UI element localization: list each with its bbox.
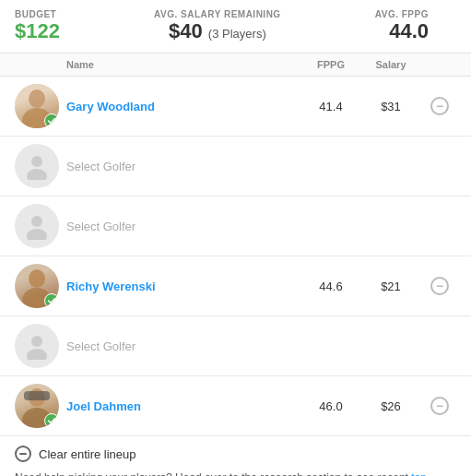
player-info: Select Golfer bbox=[66, 160, 303, 173]
col-header-salary: Salary bbox=[359, 59, 423, 70]
selected-badge bbox=[44, 293, 59, 308]
budget-label: BUDGET bbox=[15, 9, 60, 19]
col-header-name: Name bbox=[66, 59, 303, 70]
avatar bbox=[15, 264, 59, 308]
avg-fppg-block: AVG. FPPG 44.0 bbox=[375, 9, 429, 43]
player-info: Joel Dahmen bbox=[66, 399, 303, 413]
remove-player-button[interactable]: − bbox=[423, 397, 456, 415]
avg-fppg-value: 44.0 bbox=[389, 19, 429, 43]
player-info: Gary Woodland bbox=[66, 100, 303, 113]
avatar bbox=[15, 84, 59, 128]
minus-icon: − bbox=[430, 97, 449, 115]
help-text: Need help picking your players? Head ove… bbox=[15, 470, 456, 476]
svg-point-0 bbox=[29, 89, 45, 108]
player-name[interactable]: Joel Dahmen bbox=[66, 399, 303, 413]
avg-salary-block: AVG. SALARY REMAINING $40 (3 Players) bbox=[88, 9, 347, 43]
selected-badge bbox=[44, 113, 59, 128]
avg-salary-label: AVG. SALARY REMAINING bbox=[154, 9, 281, 19]
svg-point-9 bbox=[27, 349, 47, 360]
player-fppg: 41.4 bbox=[303, 100, 359, 113]
col-header-fppg: FPPG bbox=[303, 59, 359, 70]
svg-point-6 bbox=[29, 269, 45, 288]
player-salary: $26 bbox=[359, 399, 423, 413]
budget-value: $122 bbox=[15, 19, 60, 43]
player-row: Select Golfer bbox=[0, 316, 471, 376]
select-golfer-placeholder[interactable]: Select Golfer bbox=[66, 160, 303, 173]
svg-rect-12 bbox=[24, 391, 50, 400]
avatar-placeholder bbox=[15, 204, 59, 248]
player-salary: $21 bbox=[359, 280, 423, 293]
clear-minus-icon bbox=[15, 446, 31, 462]
minus-icon: − bbox=[430, 277, 449, 295]
avatar-placeholder bbox=[15, 324, 59, 368]
svg-point-3 bbox=[27, 169, 47, 180]
minus-icon: − bbox=[430, 397, 449, 415]
player-row: Joel Dahmen 46.0 $26 − bbox=[0, 376, 471, 436]
player-row: Gary Woodland 41.4 $31 − bbox=[0, 77, 471, 137]
clear-lineup-button[interactable]: Clear entire lineup bbox=[15, 446, 456, 462]
remove-player-button[interactable]: − bbox=[423, 277, 456, 295]
select-golfer-placeholder[interactable]: Select Golfer bbox=[66, 339, 303, 353]
clear-lineup-label: Clear entire lineup bbox=[39, 447, 136, 461]
header-stats: BUDGET $122 AVG. SALARY REMAINING $40 (3… bbox=[0, 0, 471, 54]
player-row: Richy Werenski 44.6 $21 − bbox=[0, 256, 471, 316]
avg-fppg-label: AVG. FPPG bbox=[375, 9, 429, 19]
player-info: Select Golfer bbox=[66, 220, 303, 233]
avg-salary-value: $40 (3 Players) bbox=[169, 19, 266, 43]
player-name[interactable]: Richy Werenski bbox=[66, 280, 303, 293]
svg-point-4 bbox=[31, 216, 42, 227]
svg-point-5 bbox=[27, 229, 47, 240]
player-row: Select Golfer bbox=[0, 137, 471, 196]
budget-block: BUDGET $122 bbox=[15, 9, 60, 43]
player-row: Select Golfer bbox=[0, 196, 471, 256]
column-headers: Name FPPG Salary bbox=[0, 54, 471, 77]
svg-point-2 bbox=[31, 156, 42, 167]
player-info: Select Golfer bbox=[66, 339, 303, 353]
remove-player-button[interactable]: − bbox=[423, 97, 456, 115]
player-fppg: 46.0 bbox=[303, 399, 359, 413]
player-name[interactable]: Gary Woodland bbox=[66, 100, 303, 113]
player-salary: $31 bbox=[359, 100, 423, 113]
avatar bbox=[15, 384, 59, 428]
avatar-placeholder bbox=[15, 144, 59, 188]
player-info: Richy Werenski bbox=[66, 280, 303, 293]
footer: Clear entire lineup Need help picking yo… bbox=[0, 436, 471, 476]
selected-badge bbox=[44, 413, 59, 428]
svg-point-8 bbox=[31, 336, 42, 347]
select-golfer-placeholder[interactable]: Select Golfer bbox=[66, 220, 303, 233]
player-fppg: 44.6 bbox=[303, 280, 359, 293]
